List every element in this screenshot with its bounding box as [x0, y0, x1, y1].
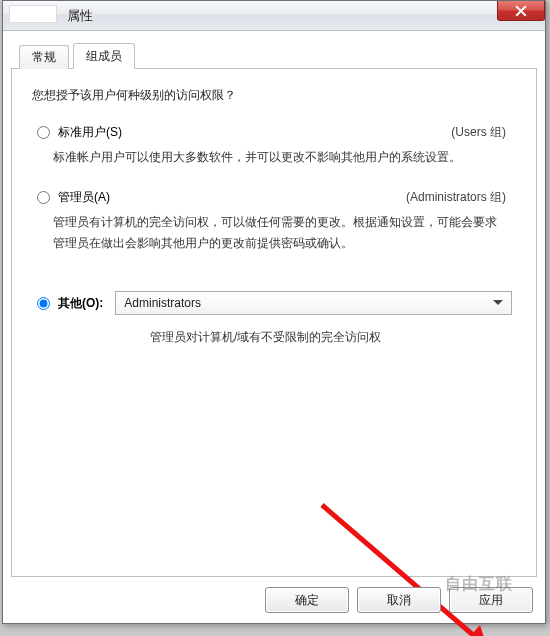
close-icon [515, 5, 527, 17]
tab-members[interactable]: 组成员 [73, 43, 135, 69]
tab-general[interactable]: 常规 [19, 45, 69, 69]
button-label: 应用 [479, 592, 503, 609]
tab-page-members: 您想授予该用户何种级别的访问权限？ 标准用户(S) (Users 组) 标准帐户… [11, 69, 537, 577]
group-hint: (Users 组) [451, 124, 506, 141]
radio-standard-user[interactable] [37, 126, 50, 139]
radio-other[interactable] [37, 297, 50, 310]
option-other[interactable]: 其他(O): Administrators [32, 291, 516, 315]
title-redaction [9, 5, 57, 23]
window-title: 属性 [67, 7, 93, 25]
option-label: 其他(O): [58, 295, 103, 312]
option-other-desc: 管理员对计算机/域有不受限制的完全访问权 [150, 329, 516, 346]
properties-window: 属性 常规 组成员 您想授予该用户何种级别的访问权限？ 标准用户(S) (Use… [2, 0, 546, 624]
ok-button[interactable]: 确定 [265, 587, 349, 613]
client-area: 常规 组成员 您想授予该用户何种级别的访问权限？ 标准用户(S) (Users … [11, 39, 537, 577]
option-administrator[interactable]: 管理员(A) (Administrators 组) [32, 189, 516, 206]
titlebar[interactable]: 属性 [3, 1, 545, 31]
tabstrip: 常规 组成员 [11, 43, 537, 69]
option-standard-desc: 标准帐户用户可以使用大多数软件，并可以更改不影响其他用户的系统设置。 [53, 147, 504, 167]
svg-marker-0 [462, 625, 487, 636]
button-label: 确定 [295, 592, 319, 609]
dialog-buttons: 确定 取消 应用 [265, 587, 533, 613]
option-standard-user[interactable]: 标准用户(S) (Users 组) [32, 124, 516, 141]
apply-button[interactable]: 应用 [449, 587, 533, 613]
access-level-prompt: 您想授予该用户何种级别的访问权限？ [32, 87, 516, 104]
tab-label: 组成员 [86, 48, 122, 65]
option-label: 标准用户(S) [58, 124, 122, 141]
group-hint: (Administrators 组) [406, 189, 506, 206]
group-combobox[interactable]: Administrators [115, 291, 512, 315]
button-label: 取消 [387, 592, 411, 609]
combobox-value: Administrators [124, 296, 201, 310]
tab-label: 常规 [32, 49, 56, 66]
radio-administrator[interactable] [37, 191, 50, 204]
chevron-down-icon [489, 294, 507, 312]
cancel-button[interactable]: 取消 [357, 587, 441, 613]
option-label: 管理员(A) [58, 189, 110, 206]
close-button[interactable] [497, 1, 545, 21]
option-admin-desc: 管理员有计算机的完全访问权，可以做任何需要的更改。根据通知设置，可能会要求管理员… [53, 212, 504, 253]
annotation-arrow [312, 497, 532, 636]
